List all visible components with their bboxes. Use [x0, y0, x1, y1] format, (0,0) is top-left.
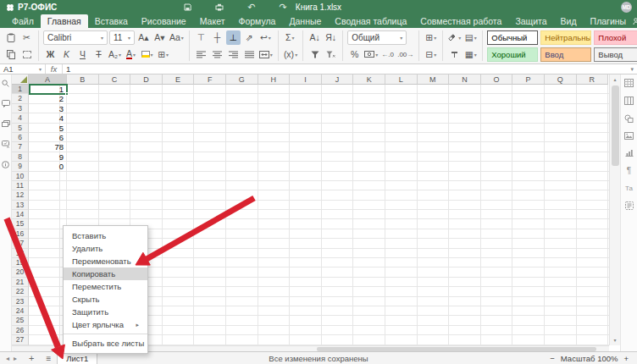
cell-A4[interactable]: 4	[29, 113, 66, 122]
text-art-settings-icon[interactable]: Та	[625, 185, 633, 192]
row-header-7[interactable]: 7	[12, 142, 29, 152]
accounting-style-button[interactable]: ▾	[363, 47, 379, 62]
column-header-Q[interactable]: Q	[545, 74, 577, 85]
paragraph-settings-icon[interactable]: ¶	[627, 166, 631, 175]
row-header-17[interactable]: 17	[12, 239, 29, 248]
copy-button[interactable]	[3, 47, 18, 62]
column-header-J[interactable]: J	[322, 74, 354, 85]
search-icon[interactable]	[2, 80, 9, 87]
vertical-scrollbar[interactable]: ▴ ▾	[609, 74, 620, 345]
change-case-button[interactable]: Aa▾	[169, 30, 185, 45]
menu-item-Выбрать все листы[interactable]: Выбрать все листы	[64, 337, 147, 350]
prev-sheet-button[interactable]: ◂	[6, 355, 9, 362]
cell-A6[interactable]: 6	[29, 133, 66, 141]
column-header-M[interactable]: M	[418, 74, 450, 85]
slicer-settings-icon[interactable]	[625, 201, 634, 210]
paste-button[interactable]	[3, 30, 18, 45]
subscript-button[interactable]: A₂▾	[108, 47, 122, 62]
insert-function-button[interactable]: fx	[46, 64, 63, 74]
user-avatar[interactable]: MD	[621, 2, 632, 13]
tab-Рисование[interactable]: Рисование	[135, 14, 193, 28]
column-header-P[interactable]: P	[512, 74, 545, 85]
row-cells[interactable]: 1	[29, 85, 609, 94]
decrease-font-button[interactable]: A▾	[152, 30, 167, 45]
autosum-button[interactable]: Σ▾	[283, 30, 297, 45]
row-cells[interactable]: 3	[29, 104, 609, 113]
cell-style-Хороший[interactable]: Хороший	[487, 47, 538, 62]
column-header-I[interactable]: I	[290, 74, 322, 85]
format-as-table-button[interactable]: ▦▾	[463, 47, 478, 62]
tab-Плагины[interactable]: Плагины	[584, 14, 634, 28]
fill-handle[interactable]	[65, 92, 69, 96]
column-header-L[interactable]: L	[385, 74, 418, 85]
redo-button[interactable]: ↷	[280, 2, 287, 13]
menu-item-Вставить[interactable]: Вставить	[64, 229, 147, 242]
row-header-14[interactable]: 14	[12, 210, 29, 219]
scroll-up-icon[interactable]: ▴	[610, 74, 620, 85]
row-header-21[interactable]: 21	[12, 278, 29, 287]
cell-A7[interactable]: 78	[29, 142, 66, 151]
insert-cells-button[interactable]: ⊞▾	[424, 30, 438, 45]
row-cells[interactable]: 78	[29, 142, 609, 152]
sheet-list-button[interactable]: ≡	[40, 354, 57, 363]
cell-A2[interactable]: 2	[29, 94, 66, 102]
delete-cells-button[interactable]: ⊟▾	[424, 47, 438, 62]
row-header-25[interactable]: 25	[12, 316, 29, 325]
fill-color-button[interactable]: ▾	[140, 47, 154, 62]
filter-button[interactable]	[307, 47, 322, 62]
font-size-select[interactable]: 11▾	[109, 30, 135, 45]
borders-button[interactable]: ⊞▾	[156, 47, 170, 62]
italic-button[interactable]: K	[59, 47, 74, 62]
row-cells[interactable]	[29, 210, 609, 219]
tab-Главная[interactable]: Главная	[41, 14, 88, 28]
column-header-F[interactable]: F	[194, 74, 226, 85]
align-center-button[interactable]	[210, 47, 224, 62]
undo-button[interactable]: ↶	[247, 2, 255, 13]
tab-Формула[interactable]: Формула	[231, 14, 282, 28]
row-header-11[interactable]: 11	[12, 181, 29, 190]
row-cells[interactable]: 6	[29, 133, 609, 142]
named-ranges-button[interactable]: (x)▾	[283, 47, 298, 62]
column-header-D[interactable]: D	[130, 74, 163, 85]
increase-decimal-button[interactable]: .00→	[396, 47, 414, 62]
next-sheet-button[interactable]: ▸	[14, 355, 17, 362]
sort-descending-button[interactable]: Я↓	[324, 30, 338, 45]
cell-name-box[interactable]: A1▾	[0, 64, 46, 74]
column-header-K[interactable]: K	[353, 74, 385, 85]
row-header-4[interactable]: 4	[12, 113, 29, 123]
conditional-formatting-button[interactable]: ▤▾	[463, 30, 478, 45]
row-header-2[interactable]: 2	[12, 94, 29, 103]
clear-button[interactable]: ▾	[447, 30, 462, 45]
merge-cells-button[interactable]: ▾	[258, 47, 274, 62]
valign-middle-button[interactable]: ┼	[210, 30, 224, 45]
valign-bottom-button[interactable]: ⊥	[226, 30, 241, 45]
percent-style-button[interactable]: %	[347, 47, 362, 62]
cell-style-Плохой[interactable]: Плохой	[594, 30, 637, 45]
font-color-button[interactable]: А▾	[124, 47, 138, 62]
cell-style-Обычный[interactable]: Обычный	[487, 30, 538, 45]
valign-top-button[interactable]: ⊤	[194, 30, 208, 45]
orientation-button[interactable]: ⇗	[242, 30, 257, 45]
zoom-out-button[interactable]: −	[550, 354, 555, 363]
cell-A3[interactable]: 3	[29, 104, 66, 113]
row-header-12[interactable]: 12	[12, 190, 29, 200]
row-cells[interactable]	[29, 201, 609, 210]
clear-filter-button[interactable]	[324, 47, 338, 62]
row-cells[interactable]: 2	[29, 94, 609, 103]
menu-item-Переместить[interactable]: Переместить	[64, 280, 147, 293]
menu-item-Переименовать[interactable]: Переименовать	[64, 255, 147, 267]
select-all-corner[interactable]	[12, 74, 29, 85]
zoom-in-button[interactable]: +	[623, 354, 629, 363]
align-right-button[interactable]	[226, 47, 241, 62]
row-header-3[interactable]: 3	[12, 104, 29, 113]
tab-Сводная таблица[interactable]: Сводная таблица	[328, 14, 413, 28]
row-header-20[interactable]: 20	[12, 267, 29, 277]
spellcheck-icon[interactable]	[2, 141, 10, 148]
cell-A8[interactable]: 9	[29, 152, 66, 161]
column-header-R[interactable]: R	[577, 74, 609, 85]
row-header-6[interactable]: 6	[12, 133, 29, 142]
table-settings-icon[interactable]	[624, 97, 634, 105]
tab-Макет[interactable]: Макет	[193, 14, 232, 28]
menu-item-Цвет ярлычка[interactable]: Цвет ярлычка▸	[64, 318, 147, 331]
row-header-22[interactable]: 22	[12, 287, 29, 296]
